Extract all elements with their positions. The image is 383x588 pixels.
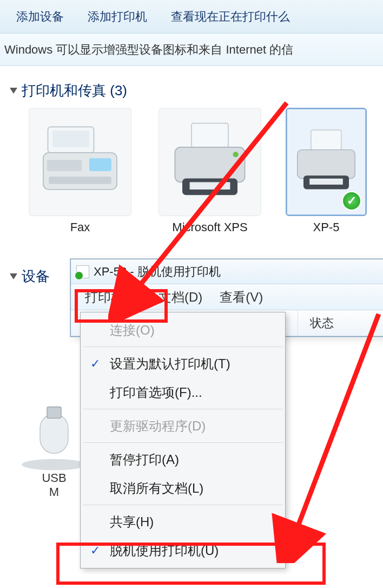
device-xps-label: Microsoft XPS bbox=[172, 220, 247, 234]
menu-item-preferences[interactable]: 打印首选项(F)... bbox=[81, 378, 285, 407]
section-printers-title[interactable]: 打印机和传真 (3) bbox=[10, 81, 373, 100]
svg-rect-6 bbox=[192, 123, 228, 147]
menu-document[interactable]: 文档(D) bbox=[150, 286, 211, 308]
menu-item-share[interactable]: 共享(H) bbox=[81, 507, 285, 536]
device-usb-label2: M bbox=[49, 485, 59, 499]
info-bar: Windows 可以显示增强型设备图标和来自 Internet 的信 bbox=[0, 34, 383, 66]
menu-item-update-driver: 更新驱动程序(D) bbox=[81, 411, 285, 440]
device-fax[interactable]: Fax bbox=[26, 108, 134, 234]
fax-icon bbox=[29, 108, 131, 216]
menu-item-connect: 连接(O) bbox=[81, 316, 285, 344]
printer-list: Fax Microsoft XPS ✓ XP-5 bbox=[0, 102, 383, 234]
default-check-icon: ✓ bbox=[342, 191, 361, 211]
menu-item-offline[interactable]: ✓脱机使用打印机(U) bbox=[81, 536, 285, 565]
collapse-icon bbox=[10, 273, 17, 279]
window-titlebar[interactable]: XP-58 - 脱机使用打印机 bbox=[71, 259, 383, 284]
window-title: XP-58 - 脱机使用打印机 bbox=[94, 264, 221, 280]
menu-printer[interactable]: 打印机(P) bbox=[76, 286, 150, 308]
svg-rect-1 bbox=[52, 130, 89, 147]
device-xp58-label: XP-5 bbox=[313, 220, 340, 234]
device-xp58[interactable]: ✓ XP-5 bbox=[286, 108, 367, 234]
svg-rect-9 bbox=[190, 182, 230, 190]
collapse-icon bbox=[10, 88, 17, 94]
flash-drive-icon bbox=[19, 406, 89, 471]
toolbar-view-printing[interactable]: 查看现在正在打印什么 bbox=[159, 5, 302, 28]
svg-point-10 bbox=[233, 152, 239, 157]
printer-menu-dropdown: 连接(O) ✓设置为默认打印机(T) 打印首选项(F)... 更新驱动程序(D)… bbox=[80, 312, 286, 569]
svg-rect-11 bbox=[311, 130, 341, 149]
window-menubar: 打印机(P) 文档(D) 查看(V) bbox=[71, 284, 383, 310]
svg-rect-4 bbox=[49, 177, 111, 184]
menu-item-pause[interactable]: 暂停打印(A) bbox=[81, 445, 285, 474]
svg-rect-3 bbox=[89, 158, 111, 171]
device-usb-label1: USB bbox=[42, 471, 66, 485]
device-fax-label: Fax bbox=[70, 220, 90, 234]
svg-rect-14 bbox=[309, 179, 343, 185]
col-status[interactable]: 状态 bbox=[298, 310, 383, 336]
svg-rect-17 bbox=[47, 407, 61, 419]
menu-view[interactable]: 查看(V) bbox=[211, 286, 272, 308]
svg-point-15 bbox=[22, 459, 87, 471]
toolbar-add-printer[interactable]: 添加打印机 bbox=[76, 5, 159, 28]
printer-icon bbox=[159, 108, 261, 216]
svg-line-19 bbox=[292, 314, 379, 541]
svg-rect-5 bbox=[47, 160, 82, 171]
device-xps[interactable]: Microsoft XPS bbox=[156, 108, 264, 234]
check-icon: ✓ bbox=[81, 357, 110, 371]
menu-item-set-default[interactable]: ✓设置为默认打印机(T) bbox=[81, 349, 285, 378]
toolbar-add-device[interactable]: 添加设备 bbox=[4, 5, 76, 28]
svg-rect-12 bbox=[298, 150, 355, 179]
menu-item-cancel-all[interactable]: 取消所有文档(L) bbox=[81, 474, 285, 502]
check-icon: ✓ bbox=[81, 544, 110, 558]
section-printers: 打印机和传真 (3) bbox=[0, 66, 383, 102]
svg-rect-16 bbox=[40, 414, 68, 454]
section-printers-label: 打印机和传真 (3) bbox=[22, 81, 127, 100]
toolbar: 添加设备 添加打印机 查看现在正在打印什么 bbox=[0, 0, 383, 34]
section-devices-label: 设备 bbox=[22, 267, 50, 286]
printer-icon: ✓ bbox=[286, 108, 367, 216]
printer-small-icon bbox=[76, 265, 89, 278]
